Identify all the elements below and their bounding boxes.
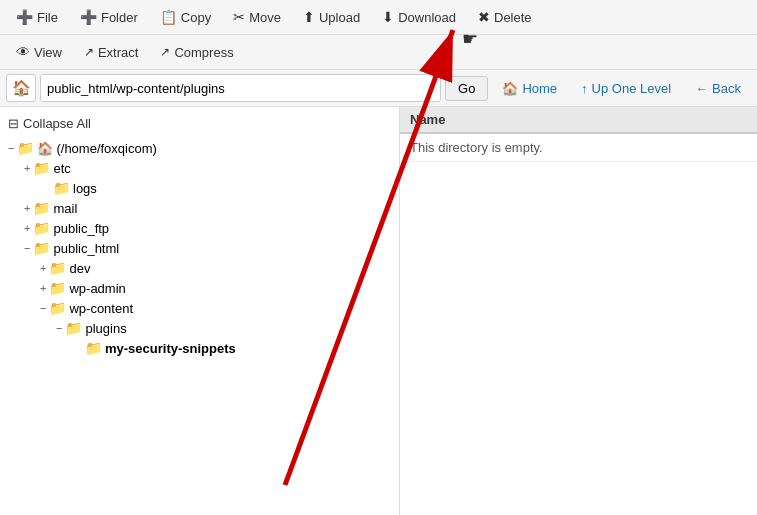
tree-item-root[interactable]: − 📁 🏠 (/home/foxqicom) [4, 138, 395, 158]
delete-icon: ✖ [478, 9, 490, 25]
expand-mail-icon[interactable]: + [24, 202, 30, 214]
file-tree: ⊟ Collapse All − 📁 🏠 (/home/foxqicom) + … [0, 107, 400, 515]
folder-icon-public-ftp: 📁 [33, 220, 50, 236]
empty-directory-row: This directory is empty. [400, 133, 757, 162]
tree-label-wp-content: wp-content [69, 301, 133, 316]
expand-public-html-icon[interactable]: − [24, 242, 30, 254]
expand-wp-admin-icon[interactable]: + [40, 282, 46, 294]
collapse-all-label: Collapse All [23, 116, 91, 131]
tree-label-logs: logs [73, 181, 97, 196]
expand-dev-icon[interactable]: + [40, 262, 46, 274]
back-button[interactable]: ← Back [685, 77, 751, 100]
home-nav-button[interactable]: 🏠 Home [492, 77, 567, 100]
download-button[interactable]: ⬇ Download [372, 4, 466, 30]
view-label: View [34, 45, 62, 60]
tree-label-plugins: plugins [85, 321, 126, 336]
copy-icon: 📋 [160, 9, 177, 25]
tree-item-etc[interactable]: + 📁 etc [4, 158, 395, 178]
cursor-pointer: ☛ [462, 28, 478, 50]
path-bar: 🏠 Go 🏠 Home ↑ Up One Level ← Back [0, 70, 757, 107]
up-one-level-label: Up One Level [592, 81, 672, 96]
folder-icon-root: 📁 [17, 140, 34, 156]
folder-icon-public-html: 📁 [33, 240, 50, 256]
expand-public-ftp-icon[interactable]: + [24, 222, 30, 234]
plus-file-icon: ➕ [16, 9, 33, 25]
extract-label: Extract [98, 45, 138, 60]
go-button[interactable]: Go [445, 76, 488, 101]
tree-label-dev: dev [69, 261, 90, 276]
tree-label-etc: etc [53, 161, 70, 176]
home-icon-root: 🏠 [37, 141, 53, 156]
download-label: Download [398, 10, 456, 25]
folder-icon-logs: 📁 [53, 180, 70, 196]
folder-icon-plugins: 📁 [65, 320, 82, 336]
plus-folder-icon: ➕ [80, 9, 97, 25]
tree-item-logs[interactable]: 📁 logs [4, 178, 395, 198]
folder-button[interactable]: ➕ Folder [70, 4, 148, 30]
upload-button[interactable]: ⬆ Upload [293, 4, 370, 30]
home-dir-button[interactable]: 🏠 [6, 74, 36, 102]
move-button[interactable]: ✂ Move [223, 4, 291, 30]
back-icon: ← [695, 81, 708, 96]
up-one-level-button[interactable]: ↑ Up One Level [571, 77, 681, 100]
folder-icon-my-security-snippets: 📁 [85, 340, 102, 356]
tree-item-wp-content[interactable]: − 📁 wp-content [4, 298, 395, 318]
path-input[interactable] [40, 74, 441, 102]
tree-item-my-security-snippets[interactable]: 📁 my-security-snippets [4, 338, 395, 358]
move-label: Move [249, 10, 281, 25]
tree-item-public-ftp[interactable]: + 📁 public_ftp [4, 218, 395, 238]
go-label: Go [458, 81, 475, 96]
folder-icon-wp-admin: 📁 [49, 280, 66, 296]
folder-icon-wp-content: 📁 [49, 300, 66, 316]
home-nav-label: Home [522, 81, 557, 96]
expand-wp-content-icon[interactable]: − [40, 302, 46, 314]
view-button[interactable]: 👁 View [6, 39, 72, 65]
collapse-all-icon: ⊟ [8, 116, 19, 131]
tree-label-my-security-snippets: my-security-snippets [105, 341, 236, 356]
tree-item-mail[interactable]: + 📁 mail [4, 198, 395, 218]
expand-root-icon[interactable]: − [8, 142, 14, 154]
folder-icon-mail: 📁 [33, 200, 50, 216]
toolbar-row-2: 👁 View ↗ Extract ↗ Compress [0, 35, 757, 70]
folder-label: Folder [101, 10, 138, 25]
home-nav-icon: 🏠 [502, 81, 518, 96]
tree-label-public-html: public_html [53, 241, 119, 256]
name-column-header: Name [400, 107, 757, 133]
tree-label-public-ftp: public_ftp [53, 221, 109, 236]
compress-button[interactable]: ↗ Compress [150, 40, 243, 65]
home-dir-icon: 🏠 [12, 79, 31, 97]
move-icon: ✂ [233, 9, 245, 25]
collapse-all-button[interactable]: ⊟ Collapse All [4, 113, 395, 134]
right-panel: Name This directory is empty. [400, 107, 757, 515]
folder-icon-dev: 📁 [49, 260, 66, 276]
expand-plugins-icon[interactable]: − [56, 322, 62, 334]
compress-icon: ↗ [160, 45, 170, 59]
expand-etc-icon[interactable]: + [24, 162, 30, 174]
upload-icon: ⬆ [303, 9, 315, 25]
tree-label-mail: mail [53, 201, 77, 216]
file-button[interactable]: ➕ File [6, 4, 68, 30]
copy-button[interactable]: 📋 Copy [150, 4, 221, 30]
download-icon: ⬇ [382, 9, 394, 25]
main-area: ⊟ Collapse All − 📁 🏠 (/home/foxqicom) + … [0, 107, 757, 515]
files-table: Name This directory is empty. [400, 107, 757, 162]
empty-directory-message: This directory is empty. [400, 133, 757, 162]
toolbar-row-1: ➕ File ➕ Folder 📋 Copy ✂ Move ⬆ Upload ⬇… [0, 0, 757, 35]
tree-label-root: (/home/foxqicom) [56, 141, 156, 156]
tree-item-dev[interactable]: + 📁 dev [4, 258, 395, 278]
tree-item-plugins[interactable]: − 📁 plugins [4, 318, 395, 338]
file-label: File [37, 10, 58, 25]
folder-icon-etc: 📁 [33, 160, 50, 176]
delete-label: Delete [494, 10, 532, 25]
delete-button[interactable]: ✖ Delete [468, 4, 542, 30]
extract-icon: ↗ [84, 45, 94, 59]
compress-label: Compress [174, 45, 233, 60]
upload-label: Upload [319, 10, 360, 25]
tree-item-wp-admin[interactable]: + 📁 wp-admin [4, 278, 395, 298]
tree-item-public-html[interactable]: − 📁 public_html [4, 238, 395, 258]
up-one-level-icon: ↑ [581, 81, 588, 96]
view-icon: 👁 [16, 44, 30, 60]
tree-label-wp-admin: wp-admin [69, 281, 125, 296]
extract-button[interactable]: ↗ Extract [74, 40, 148, 65]
back-label: Back [712, 81, 741, 96]
